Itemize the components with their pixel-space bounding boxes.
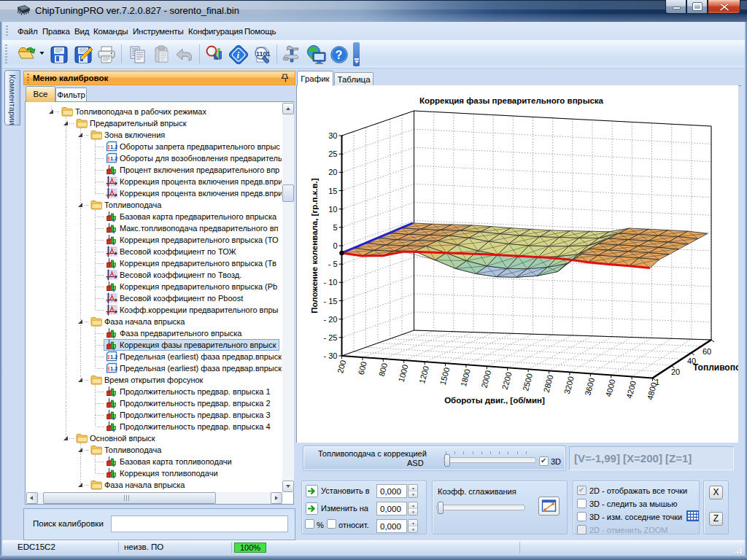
- svg-text:1.2: 1.2: [110, 365, 117, 372]
- svg-text:60: 60: [703, 347, 711, 356]
- svg-text:3600: 3600: [583, 377, 596, 397]
- svg-text:2500: 2500: [521, 373, 534, 392]
- svg-text:600: 600: [356, 360, 368, 376]
- svg-text:800: 800: [377, 362, 389, 378]
- svg-text:Обороты двиг., [об/мин]: Обороты двиг., [об/мин]: [444, 396, 545, 405]
- svg-text:- 15: - 15: [324, 297, 338, 306]
- svg-text:1200: 1200: [417, 365, 430, 385]
- svg-text:- 5: - 5: [328, 260, 338, 268]
- svg-text:1.2: 1.2: [110, 144, 117, 150]
- svg-text:i: i: [237, 50, 240, 61]
- svg-text:1500: 1500: [438, 367, 452, 386]
- svg-text:1.2: 1.2: [110, 155, 117, 162]
- svg-text:1.2: 1.2: [110, 354, 117, 360]
- svg-text:Положение коленвала, [гр.п.к.: Положение коленвала, [гр.п.к.в.]: [310, 178, 319, 313]
- svg-text:4200: 4200: [624, 380, 638, 400]
- svg-text:2200: 2200: [500, 371, 514, 391]
- svg-text:- 25: - 25: [324, 333, 338, 342]
- svg-text:30: 30: [328, 131, 337, 140]
- svg-text:1: 1: [655, 378, 659, 386]
- svg-text:20: 20: [328, 168, 337, 176]
- svg-text:1000: 1000: [397, 364, 410, 384]
- svg-text:200: 200: [336, 359, 347, 374]
- svg-text:10: 10: [328, 205, 337, 214]
- svg-text:- 10: - 10: [324, 278, 338, 287]
- svg-text:0: 0: [333, 241, 337, 250]
- svg-text:15: 15: [328, 187, 337, 195]
- svg-text:1800: 1800: [459, 368, 472, 388]
- svg-text:- 20: - 20: [324, 315, 338, 324]
- svg-text:4000: 4000: [604, 378, 617, 398]
- svg-text:2000: 2000: [479, 370, 492, 389]
- svg-text:?: ?: [336, 49, 343, 61]
- svg-text:3200: 3200: [562, 376, 576, 395]
- svg-text:- 30: - 30: [324, 351, 338, 360]
- svg-text:1101: 1101: [256, 50, 271, 58]
- svg-text:Топливопо,: Топливопо,: [693, 362, 738, 373]
- svg-text:20: 20: [671, 368, 680, 376]
- svg-text:5: 5: [333, 223, 337, 232]
- svg-text:2800: 2800: [542, 374, 555, 394]
- svg-text:Коррекция фазы преварительного: Коррекция фазы преварительного впрыска: [419, 96, 604, 105]
- svg-text:25: 25: [328, 149, 337, 158]
